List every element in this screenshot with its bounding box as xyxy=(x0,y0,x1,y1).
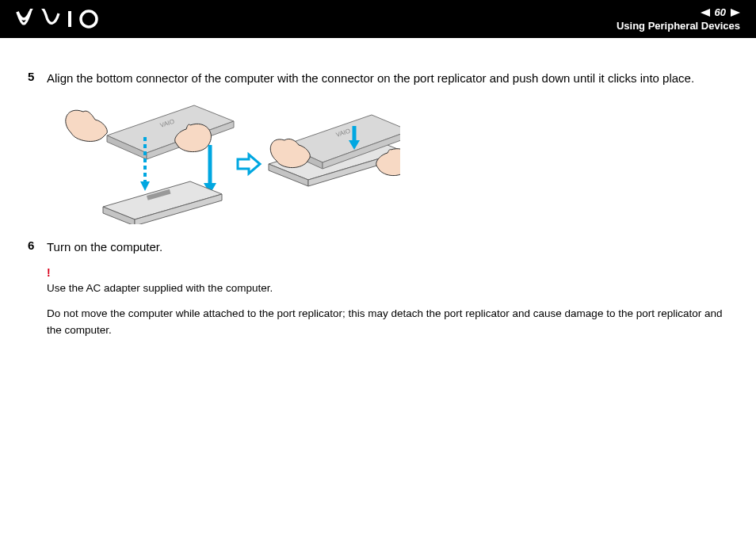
svg-marker-6 xyxy=(140,181,150,191)
svg-marker-2 xyxy=(701,9,710,17)
svg-point-1 xyxy=(81,11,97,27)
step-5: 5 Align the bottom connector of the comp… xyxy=(28,70,728,86)
warning-block: ! Use the AC adapter supplied with the c… xyxy=(47,266,728,338)
step-text: Turn on the computer. xyxy=(47,238,162,255)
prev-page-arrow[interactable] xyxy=(701,9,710,17)
step-number: 5 xyxy=(28,70,47,83)
page-number: 60 xyxy=(715,6,726,18)
warning-text-1: Use the AC adapter supplied with the com… xyxy=(47,280,728,296)
page-nav: 60 xyxy=(701,6,740,18)
warning-icon: ! xyxy=(47,266,728,279)
svg-rect-0 xyxy=(68,11,71,27)
header-right: 60 Using Peripheral Devices xyxy=(617,6,740,32)
step-text: Align the bottom connector of the comput… xyxy=(47,70,694,86)
docking-illustration: VAIO xyxy=(52,97,400,224)
svg-marker-3 xyxy=(731,9,740,17)
header-bar: 60 Using Peripheral Devices xyxy=(0,0,756,38)
step-6: 6 Turn on the computer. xyxy=(28,238,728,255)
warning-text-2: Do not move the computer while attached … xyxy=(47,306,728,338)
vaio-logo xyxy=(16,9,103,29)
next-page-arrow[interactable] xyxy=(731,9,740,17)
section-title: Using Peripheral Devices xyxy=(617,20,740,32)
content-area: 5 Align the bottom connector of the comp… xyxy=(0,38,756,364)
step-number: 6 xyxy=(28,238,47,252)
